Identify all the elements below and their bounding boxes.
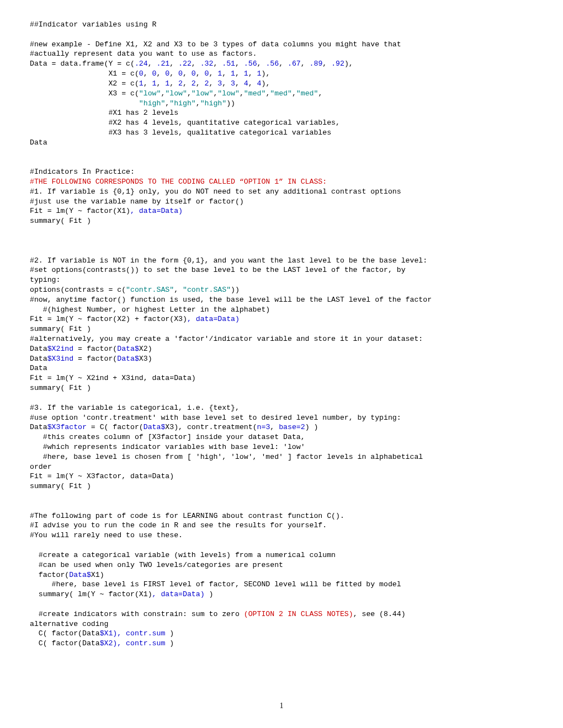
code-segment: #1. If variable is {0,1} only, you do NO… [30,188,401,196]
code-segment: , [318,89,322,98]
code-segment: , [248,79,257,88]
code-line: X1 = c(0, 0, 0, 0, 0, 0, 1, 1, 1, 1), [30,69,270,78]
code-segment: #actually represent data you want to use… [30,50,257,58]
code-segment: , [209,69,218,78]
code-segment: "med" [244,89,266,98]
code-segment: $X2ind [47,345,73,353]
code-line: #just use the variable name by itself or… [30,197,244,206]
code-segment: #I advise you to run the code in R and s… [30,521,327,529]
code-segment: Data$ [69,571,91,579]
code-segment: #use option 'contr.treatment' with base … [30,414,401,422]
page-number: 1 [0,701,563,711]
code-segment: Fit = lm(Y ~ X2ind + X3ind, data=Data) [30,374,196,382]
code-segment [30,502,34,510]
code-segment: ), [262,69,270,78]
code-segment: #X3 has 3 levels, qualitative categorica… [30,129,331,137]
code-segment: Data$ [144,423,166,431]
code-line [30,492,34,500]
code-segment: 2 [178,79,183,88]
code-segment: , [169,79,178,88]
code-segment: ) [169,639,174,647]
code-segment: .89 [310,60,323,68]
code-segment: , [187,89,192,98]
code-segment: #here, base level is FIRST level of fact… [30,580,401,588]
code-line: C( factor(Data$X2), contr.sum ) [30,639,174,647]
code-line: #You will rarely need to use these. [30,531,183,539]
code-segment: Fit = lm(Y ~ factor(X2) + factor(X3) [30,315,187,323]
code-segment: $X1), contr.sum [100,629,170,638]
code-segment: ), [344,60,353,68]
code-segment: , [213,60,222,68]
code-segment: "high" [200,99,226,108]
code-segment: "med" [296,89,318,98]
code-segment: , [183,79,192,88]
code-segment: "high" [139,99,165,108]
code-segment: , [209,79,218,88]
code-segment: )) [231,286,240,294]
code-segment: .21 [157,60,170,68]
code-segment: ##Indicator variables using R [30,20,157,29]
code-segment: 1 [139,79,144,88]
code-line [30,502,34,510]
code-line: Data [30,364,47,372]
code-segment: , [169,60,178,68]
code-segment: , [222,69,231,78]
code-segment: , [144,69,152,78]
code-segment: ), [262,79,270,88]
code-segment [30,99,139,108]
code-segment: .56 [244,60,257,68]
code-segment: Data [30,423,47,431]
code-line: #create a categorical variable (with lev… [30,551,336,559]
code-segment: "contr.SAS" [183,286,231,294]
code-segment: , [279,60,288,68]
code-segment: #X2 has 4 levels, quantitative categoric… [30,119,340,127]
code-line: #set options(contrasts()) to set the bas… [30,266,406,274]
code-segment: , [157,69,166,78]
code-segment: , [196,69,205,78]
code-segment: 1 [231,69,235,78]
code-segment: , [183,69,192,78]
code-line: #use option 'contr.treatment' with base … [30,414,401,422]
code-segment: = factor( [73,345,117,353]
code-line: #2. If variable is NOT in the form {0,1}… [30,256,427,265]
code-segment [30,148,34,157]
code-segment: #THE FOLLOWING CORRESPONDS TO THE CODING… [30,178,327,186]
code-line: #(highest Number, or highest Letter in t… [30,306,270,314]
code-segment: C( factor(Data [30,639,100,647]
code-segment: , data=Data) [187,315,240,323]
code-line: "high","high","high")) [30,99,235,108]
code-segment: options(contrasts = c( [30,286,126,294]
code-segment [30,394,34,402]
code-line: #3. If the variable is categorical, i.e.… [30,404,240,412]
code-segment: , see (8.44) [353,610,406,618]
code-segment: #now, anytime factor() function is used,… [30,296,432,304]
code-segment: , [144,79,152,88]
code-segment: .92 [331,60,344,68]
code-line: summary( Fit ) [30,325,91,333]
code-line: X3 = c("low","low","low","low","med","me… [30,89,322,98]
code-segment [30,247,34,255]
code-segment: , [192,60,200,68]
code-segment: "high" [169,99,195,108]
code-segment: $X3factor [47,423,87,431]
code-segment: C( factor(Data [30,629,100,638]
code-segment [30,541,34,549]
code-segment: 1 [152,79,157,88]
code-segment: summary( Fit ) [30,482,91,490]
code-line: #create indicators with constrain: sum t… [30,610,406,618]
code-segment: summary( Fit ) [30,325,91,333]
code-segment: 2 [192,79,196,88]
code-segment: #can be used when only TWO levels/catego… [30,561,283,569]
code-line: #X2 has 4 levels, quantitative categoric… [30,119,340,127]
code-line: summary( lm(Y ~ factor(X1), data=Data) ) [30,590,213,598]
code-line: #here, base level is FIRST level of fact… [30,580,401,588]
code-line: Data$X3factor = C( factor(Data$X3), cont… [30,423,318,431]
code-segment: , [174,286,183,294]
code-segment: ) ) [305,423,318,431]
code-segment: #alternatively, you may create a 'factor… [30,335,423,343]
code-segment: Fit = lm(Y ~ X3factor, data=Data) [30,472,174,480]
code-line: C( factor(Data$X1), contr.sum ) [30,629,174,638]
code-segment: "low" [139,89,161,98]
code-segment: typing: [30,276,60,284]
code-segment: $X3ind [47,355,73,363]
